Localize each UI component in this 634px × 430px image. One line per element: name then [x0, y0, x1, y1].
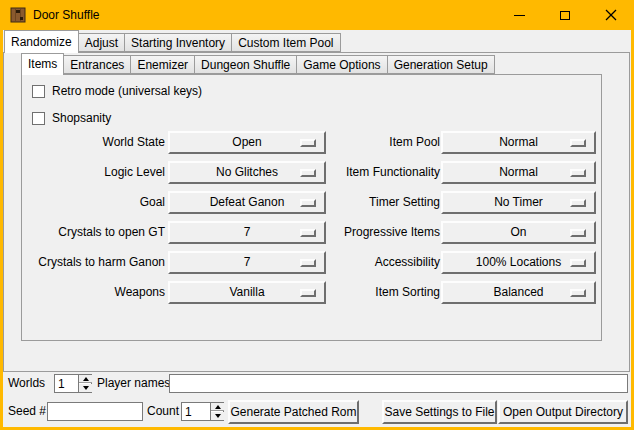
window-title: Door Shuffle: [33, 0, 100, 30]
item-pool-label: Item Pool: [323, 131, 440, 154]
dropdown-indicator-icon: [570, 289, 586, 297]
maximize-icon: [560, 11, 570, 20]
count-input[interactable]: [182, 403, 210, 420]
timer-setting-label: Timer Setting: [323, 191, 440, 214]
item-functionality-label: Item Functionality: [323, 161, 440, 184]
tab-adjust[interactable]: Adjust: [79, 33, 125, 52]
shopsanity-checkbox-row: Shopsanity: [32, 111, 111, 125]
retro-mode-checkbox-row: Retro mode (universal keys): [32, 84, 202, 98]
minimize-button[interactable]: [496, 0, 542, 30]
spin-up-icon[interactable]: [79, 375, 92, 383]
dropdown-indicator-icon: [300, 199, 316, 207]
maximize-button[interactable]: [542, 0, 588, 30]
dropdown-indicator-icon: [570, 199, 586, 207]
close-button[interactable]: [588, 0, 634, 30]
progressive-items-value: On: [510, 225, 526, 239]
tab-entrances[interactable]: Entrances: [64, 55, 131, 74]
title-bar: Door Shuffle: [0, 0, 634, 30]
save-settings-button[interactable]: Save Settings to File: [382, 400, 497, 424]
accessibility-dropdown[interactable]: 100% Locations: [441, 251, 596, 274]
goal-label: Goal: [13, 191, 165, 214]
primary-tab-bar: Randomize Adjust Starting Inventory Cust…: [4, 30, 341, 53]
player-names-label: Player names: [97, 374, 170, 393]
dropdown-indicator-icon: [300, 289, 316, 297]
crystals-harm-ganon-dropdown[interactable]: 7: [168, 251, 326, 274]
logic-level-value: No Glitches: [216, 165, 278, 179]
count-label: Count: [147, 402, 179, 421]
weapons-value: Vanilla: [229, 285, 264, 299]
dropdown-indicator-icon: [300, 259, 316, 267]
retro-mode-label: Retro mode (universal keys): [52, 85, 202, 98]
weapons-dropdown[interactable]: Vanilla: [168, 281, 326, 304]
logic-level-label: Logic Level: [13, 161, 165, 184]
generate-patched-rom-button[interactable]: Generate Patched Rom: [228, 400, 359, 424]
app-window: Door Shuffle Randomize Adjust Starting I…: [0, 0, 634, 430]
tab-randomize[interactable]: Randomize: [4, 30, 79, 53]
spin-down-icon[interactable]: [211, 412, 224, 420]
shopsanity-label: Shopsanity: [52, 112, 111, 125]
worlds-input[interactable]: [55, 375, 78, 392]
timer-setting-value: No Timer: [494, 195, 543, 209]
worlds-spin-arrows: [78, 375, 91, 392]
dropdown-indicator-icon: [300, 169, 316, 177]
dropdown-indicator-icon: [570, 139, 586, 147]
crystals-open-gt-dropdown[interactable]: 7: [168, 221, 326, 244]
crystals-open-gt-label: Crystals to open GT: [13, 221, 165, 244]
seed-input[interactable]: [47, 402, 143, 421]
goal-value: Defeat Ganon: [210, 195, 285, 209]
open-output-directory-button[interactable]: Open Output Directory: [498, 400, 628, 424]
item-pool-value: Normal: [499, 135, 538, 149]
item-functionality-dropdown[interactable]: Normal: [441, 161, 596, 184]
crystals-harm-ganon-label: Crystals to harm Ganon: [13, 251, 165, 274]
secondary-tab-bar: Items Entrances Enemizer Dungeon Shuffle…: [21, 53, 495, 75]
door-icon: [10, 7, 26, 23]
goal-dropdown[interactable]: Defeat Ganon: [168, 191, 326, 214]
timer-setting-dropdown[interactable]: No Timer: [441, 191, 596, 214]
item-functionality-value: Normal: [499, 165, 538, 179]
tab-items[interactable]: Items: [21, 53, 64, 75]
accessibility-value: 100% Locations: [476, 255, 561, 269]
spin-up-icon[interactable]: [211, 403, 224, 411]
close-icon: [605, 9, 617, 21]
dropdown-indicator-icon: [570, 229, 586, 237]
tab-starting-inventory[interactable]: Starting Inventory: [125, 33, 232, 52]
weapons-label: Weapons: [13, 281, 165, 304]
tab-generation-setup[interactable]: Generation Setup: [388, 55, 495, 74]
shopsanity-checkbox[interactable]: [32, 112, 45, 125]
crystals-harm-ganon-value: 7: [244, 255, 251, 269]
tab-enemizer[interactable]: Enemizer: [131, 55, 195, 74]
tab-custom-item-pool[interactable]: Custom Item Pool: [232, 33, 340, 52]
world-state-value: Open: [232, 135, 261, 149]
dropdown-indicator-icon: [300, 139, 316, 147]
spin-down-icon[interactable]: [79, 384, 92, 392]
item-sorting-dropdown[interactable]: Balanced: [441, 281, 596, 304]
progressive-items-label: Progressive Items: [323, 221, 440, 244]
progressive-items-dropdown[interactable]: On: [441, 221, 596, 244]
player-names-input[interactable]: [169, 374, 628, 393]
worlds-spinbox[interactable]: [54, 374, 92, 393]
world-state-label: World State: [13, 131, 165, 154]
tab-dungeon-shuffle[interactable]: Dungeon Shuffle: [195, 55, 297, 74]
worlds-label: Worlds: [8, 374, 45, 393]
world-state-dropdown[interactable]: Open: [168, 131, 326, 154]
dropdown-indicator-icon: [300, 229, 316, 237]
dropdown-indicator-icon: [570, 259, 586, 267]
seed-label: Seed #: [8, 402, 46, 421]
retro-mode-checkbox[interactable]: [32, 85, 45, 98]
minimize-icon: [514, 15, 525, 16]
tab-game-options[interactable]: Game Options: [297, 55, 387, 74]
count-spinbox[interactable]: [181, 402, 224, 421]
crystals-open-gt-value: 7: [244, 225, 251, 239]
count-spin-arrows: [210, 403, 223, 420]
item-sorting-label: Item Sorting: [323, 281, 440, 304]
logic-level-dropdown[interactable]: No Glitches: [168, 161, 326, 184]
item-pool-dropdown[interactable]: Normal: [441, 131, 596, 154]
dropdown-indicator-icon: [570, 169, 586, 177]
window-content: Randomize Adjust Starting Inventory Cust…: [3, 30, 631, 427]
accessibility-label: Accessibility: [323, 251, 440, 274]
item-sorting-value: Balanced: [493, 285, 543, 299]
